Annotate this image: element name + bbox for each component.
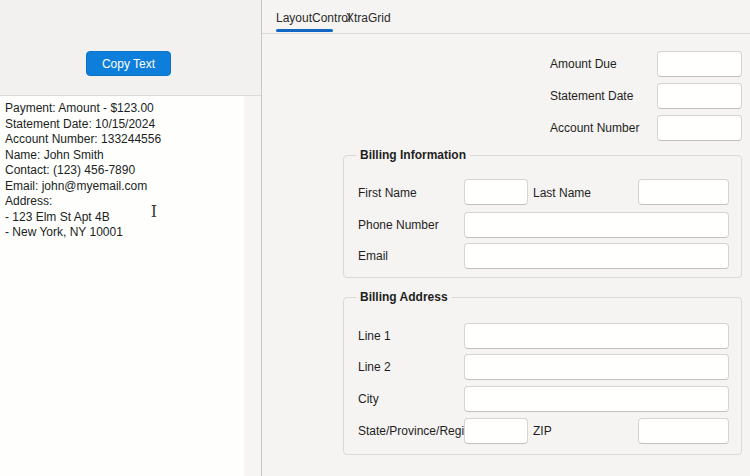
line2-label: Line 2	[358, 359, 391, 375]
zip-input[interactable]	[638, 418, 729, 444]
memo-line: Account Number: 133244556	[5, 132, 240, 148]
tabstrip-divider	[262, 33, 750, 34]
zip-label: ZIP	[533, 423, 552, 439]
amount-due-input[interactable]	[657, 51, 742, 77]
amount-due-label: Amount Due	[550, 56, 617, 72]
account-number-label: Account Number	[550, 120, 639, 136]
city-label: City	[358, 391, 379, 407]
line2-input[interactable]	[464, 354, 729, 380]
last-name-label: Last Name	[533, 185, 591, 201]
last-name-input[interactable]	[638, 179, 729, 205]
memo-line: Contact: (123) 456-7890	[5, 163, 240, 179]
memo-line: - New York, NY 10001	[5, 225, 240, 241]
email-label: Email	[358, 248, 388, 264]
memo-line: - 123 Elm St Apt 4B	[5, 210, 240, 226]
email-input[interactable]	[464, 243, 729, 269]
statement-date-input[interactable]	[657, 83, 742, 109]
memo-line: Name: John Smith	[5, 148, 240, 164]
memo-line: Address:	[5, 194, 240, 210]
ibeam-cursor-icon: I	[148, 204, 160, 220]
tab-xtragrid[interactable]: XtraGrid	[346, 10, 391, 26]
city-input[interactable]	[464, 386, 729, 412]
first-name-input[interactable]	[464, 179, 528, 205]
billing-address-title: Billing Address	[356, 290, 452, 305]
memo-scrollbar[interactable]	[244, 96, 261, 476]
billing-address-group: Billing Address Line 1 Line 2 City State…	[343, 297, 742, 455]
statement-date-label: Statement Date	[550, 88, 633, 104]
state-province-region-label: State/Province/Region	[358, 423, 477, 439]
billing-information-title: Billing Information	[356, 148, 470, 163]
memo-line: Statement Date: 10/15/2024	[5, 117, 240, 133]
billing-information-group: Billing Information First Name Last Name…	[343, 155, 742, 278]
demo-content-panel: LayoutControl XtraGrid Amount Due Statem…	[262, 0, 750, 476]
phone-number-input[interactable]	[464, 212, 729, 238]
memo-line: Email: john@myemail.com	[5, 179, 240, 195]
active-tab-underline	[276, 29, 333, 32]
state-province-region-input[interactable]	[464, 418, 528, 444]
tab-layoutcontrol[interactable]: LayoutControl	[276, 10, 351, 26]
first-name-label: First Name	[358, 185, 417, 201]
payment-memo-editor[interactable]: Payment: Amount - $123.00 Statement Date…	[0, 96, 244, 476]
phone-number-label: Phone Number	[358, 217, 439, 233]
line1-input[interactable]	[464, 323, 729, 349]
memo-line: Payment: Amount - $123.00	[5, 101, 240, 117]
copy-text-button[interactable]: Copy Text	[86, 51, 171, 76]
account-number-input[interactable]	[657, 115, 742, 141]
left-toolbar-panel: Copy Text	[0, 0, 262, 96]
line1-label: Line 1	[358, 328, 391, 344]
